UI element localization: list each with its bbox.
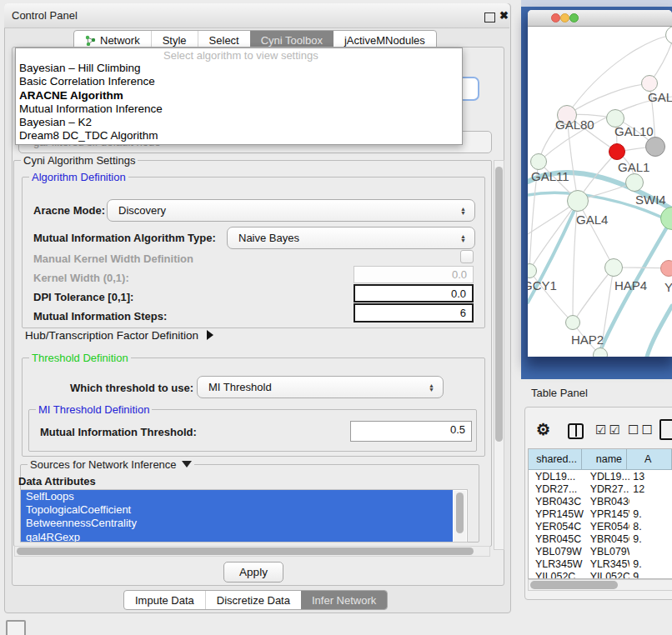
table-cell: YIL052C bbox=[529, 571, 584, 579]
sources-expander[interactable]: Sources for Network Inference bbox=[28, 458, 194, 471]
table-cell: YBL079W bbox=[529, 546, 584, 558]
dropdown-item[interactable]: Bayesian – K2 bbox=[16, 116, 462, 129]
hub-definition-label: Hub/Transcription Factor Definition bbox=[25, 329, 198, 342]
table-column-header[interactable]: shared... bbox=[529, 449, 582, 469]
settings-vertical-scrollbar-thumb[interactable] bbox=[495, 167, 503, 442]
network-node[interactable] bbox=[641, 75, 658, 92]
dpi-tolerance-field[interactable]: 0.0 bbox=[354, 284, 474, 302]
table-cell: YLR345W bbox=[529, 558, 584, 571]
table-cell: YER054C bbox=[584, 520, 630, 532]
table-horizontal-scrollbar-thumb[interactable] bbox=[530, 581, 618, 589]
table-cell: 9. bbox=[629, 532, 672, 545]
table-column-header[interactable]: name bbox=[582, 449, 627, 469]
network-node[interactable] bbox=[567, 190, 589, 212]
bottom-tabstrip: Impute DataDiscretize DataInfer Network bbox=[123, 590, 388, 610]
dropdown-item[interactable]: Bayesian – Hill Climbing bbox=[16, 62, 462, 75]
node-label: HAP4 bbox=[614, 278, 647, 292]
table-row[interactable]: YDR27...YDR27...12 bbox=[529, 482, 672, 495]
algorithm-definition-title: Algorithm Definition bbox=[29, 171, 128, 183]
control-panel-title: Control Panel bbox=[12, 9, 78, 22]
network-node[interactable] bbox=[530, 153, 547, 170]
mi-steps-field[interactable]: 6 bbox=[354, 303, 474, 322]
bottom-tab-infer-network[interactable]: Infer Network bbox=[301, 591, 387, 609]
table-cell: 9. bbox=[629, 558, 672, 571]
algorithm-dropdown-popup: Select algorithm to view settings Bayesi… bbox=[15, 48, 463, 145]
table-cell: YBR043C bbox=[584, 495, 630, 508]
settings-horizontal-scrollbar-thumb[interactable] bbox=[17, 548, 474, 555]
tab-label: Style bbox=[163, 34, 187, 47]
cyni-algorithm-settings-title: Cyni Algorithm Settings bbox=[21, 154, 138, 167]
dropdown-item[interactable]: Dream8 DC_TDC Algorithm bbox=[16, 129, 462, 142]
node-label: Y bbox=[664, 280, 672, 294]
docked-panel-icon[interactable] bbox=[6, 620, 26, 635]
table-row[interactable]: YBR043CYBR043C bbox=[529, 495, 672, 508]
network-node[interactable] bbox=[660, 260, 672, 277]
mi-type-value: Naive Bayes bbox=[238, 232, 299, 244]
stepper-arrows-icon: ▲▼ bbox=[429, 383, 434, 392]
attribute-list-item[interactable]: SelfLoops bbox=[21, 490, 453, 503]
node-table[interactable]: shared...nameA YDL19...YDL19...13YDR27..… bbox=[528, 448, 672, 579]
network-icon bbox=[85, 35, 96, 46]
network-node[interactable] bbox=[565, 315, 580, 330]
minimize-traffic-light-icon[interactable] bbox=[560, 13, 569, 22]
table-row[interactable]: YER054CYER054C8. bbox=[529, 520, 672, 532]
network-node[interactable] bbox=[625, 173, 644, 192]
node-label: GAL bbox=[648, 90, 672, 104]
manual-kernel-checkbox[interactable] bbox=[460, 250, 474, 263]
control-panel-titlebar bbox=[4, 3, 509, 28]
close-traffic-light-icon[interactable] bbox=[551, 13, 560, 22]
float-window-icon[interactable] bbox=[484, 12, 495, 22]
network-node[interactable] bbox=[609, 143, 625, 160]
bottom-tab-discretize-data[interactable]: Discretize Data bbox=[205, 591, 301, 609]
document-icon[interactable] bbox=[659, 419, 672, 440]
table-row[interactable]: YBR045CYBR045C9. bbox=[529, 532, 672, 545]
gear-icon[interactable]: ⚙ bbox=[536, 420, 550, 439]
node-label: SWI4 bbox=[635, 192, 666, 207]
network-node[interactable] bbox=[604, 258, 623, 277]
aracne-mode-label: Aracne Mode: bbox=[33, 204, 105, 217]
table-panel-title: Table Panel bbox=[531, 387, 588, 399]
aracne-mode-combobox[interactable]: Discovery ▲▼ bbox=[107, 199, 475, 222]
data-attributes-list[interactable]: SelfLoopsTopologicalCoefficientBetweenne… bbox=[20, 489, 468, 542]
mi-threshold-field[interactable]: 0.5 bbox=[350, 421, 472, 442]
attribute-list-item[interactable]: TopologicalCoefficient bbox=[21, 503, 453, 517]
table-cell: YBR043C bbox=[529, 495, 584, 508]
stepper-arrows-icon: ▲▼ bbox=[460, 207, 466, 215]
table-column-header[interactable]: A bbox=[627, 449, 672, 469]
mi-type-combobox[interactable]: Naive Bayes ▲▼ bbox=[227, 227, 475, 249]
apply-button[interactable]: Apply bbox=[223, 562, 283, 582]
collapse-arrow-icon bbox=[182, 461, 192, 468]
dropdown-item[interactable]: Basic Correlation Inference bbox=[16, 75, 462, 88]
kernel-width-field[interactable]: 0.0 bbox=[354, 266, 474, 283]
bottom-tab-impute-data[interactable]: Impute Data bbox=[124, 591, 205, 609]
table-cell: YPR145W bbox=[529, 508, 584, 520]
dropdown-item[interactable]: ARACNE Algorithm bbox=[16, 89, 462, 102]
checked-boxes-icon[interactable]: ☑☑ bbox=[595, 422, 623, 438]
network-node[interactable] bbox=[645, 137, 665, 157]
table-cell: 13 bbox=[629, 470, 672, 482]
table-cell bbox=[629, 495, 672, 508]
columns-icon[interactable] bbox=[568, 423, 584, 439]
aracne-mode-value: Discovery bbox=[118, 204, 166, 217]
hub-definition-expander[interactable]: Hub/Transcription Factor Definition bbox=[25, 329, 213, 342]
table-row[interactable]: YIL052CYIL052C9 bbox=[529, 571, 672, 579]
table-cell: 9 bbox=[629, 571, 672, 579]
attribute-list-item[interactable]: gal4RGexp bbox=[21, 531, 453, 542]
close-icon[interactable]: ✖ bbox=[499, 9, 509, 22]
table-row[interactable]: YLR345WYLR345W9. bbox=[529, 558, 672, 571]
table-cell: YDR27... bbox=[584, 482, 630, 495]
network-window-titlebar[interactable] bbox=[528, 10, 672, 27]
zoom-traffic-light-icon[interactable] bbox=[569, 13, 579, 22]
dropdown-item[interactable]: Mutual Information Inference bbox=[16, 102, 462, 116]
attributes-scrollbar[interactable] bbox=[454, 491, 466, 542]
network-node[interactable] bbox=[593, 348, 608, 357]
which-threshold-combobox[interactable]: MI Threshold ▲▼ bbox=[197, 376, 444, 398]
threshold-definition-title: Threshold Definition bbox=[29, 352, 131, 364]
attribute-list-item[interactable]: BetweennessCentrality bbox=[21, 517, 453, 530]
network-canvas[interactable]: GALGAL80GAL10GAL1GAL11SWI4GAL4GCY1HAP4YH… bbox=[528, 26, 672, 357]
table-row[interactable]: YPR145WYPR145W9. bbox=[529, 508, 672, 520]
table-row[interactable]: YDL19...YDL19...13 bbox=[529, 470, 672, 482]
table-row[interactable]: YBL079WYBL079W bbox=[529, 546, 672, 558]
unchecked-boxes-icon[interactable]: ☐☐ bbox=[628, 422, 655, 438]
table-cell: YDL19... bbox=[529, 470, 584, 482]
